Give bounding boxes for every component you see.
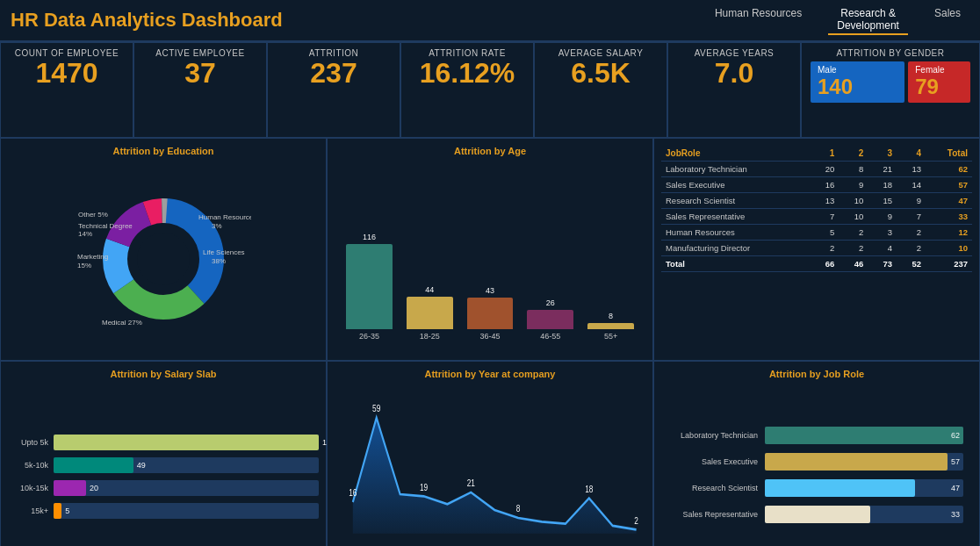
table-cell: 15 xyxy=(868,193,897,209)
col-left: Attrition by Education xyxy=(0,138,327,546)
kpi-salary: Average Salary 6.5K xyxy=(534,42,667,138)
age-bar-label: 55+ xyxy=(604,332,617,341)
year-label: 8 xyxy=(516,503,521,514)
table-total-cell: 73 xyxy=(868,256,897,272)
table-cell: 9 xyxy=(839,177,868,193)
table-cell: 20 xyxy=(811,162,839,177)
kpi-rate-value: 16.12% xyxy=(410,58,524,89)
svg-text:Other 5%: Other 5% xyxy=(78,211,108,219)
jobrole-bar-value: 47 xyxy=(951,484,960,492)
kpi-gender: Attrition by Gender Male 140 Female 79 xyxy=(801,42,980,138)
table-total-cell: 62 xyxy=(926,162,972,177)
salary-bar-row: 10k-15k 20 xyxy=(8,480,319,496)
dashboard-title: HR Data Analytics Dashboard xyxy=(11,9,706,32)
kpi-salary-value: 6.5K xyxy=(544,58,658,89)
age-bar-value: 44 xyxy=(425,285,434,294)
year-label: 2 xyxy=(634,514,638,525)
age-bar-col: 43 36-45 xyxy=(465,286,516,341)
salary-bar-track: 20 xyxy=(54,480,319,496)
jobrole-bar-value: 62 xyxy=(951,431,960,440)
salary-bar-row: Upto 5k 163 xyxy=(8,435,319,450)
kpi-active-value: 37 xyxy=(143,58,257,89)
kpi-gender-label: Attrition by Gender xyxy=(811,48,970,58)
table-total-cell: 52 xyxy=(897,256,926,272)
jobrole-row: Sales Representative 33 xyxy=(670,506,963,523)
jobrole-bar-value: 33 xyxy=(951,510,960,519)
table-total-cell: 46 xyxy=(839,256,868,272)
salary-bar-label: 5k-10k xyxy=(8,461,48,470)
table-total-cell: 57 xyxy=(926,177,972,193)
table-header: 2 xyxy=(839,146,868,162)
table-cell: 7 xyxy=(811,209,839,225)
department-tabs: Human Resources Research &Development Sa… xyxy=(706,5,969,35)
jobrole-bar-fill xyxy=(765,427,963,444)
table-header: JobRole xyxy=(661,146,811,162)
svg-text:15%: 15% xyxy=(77,262,91,269)
age-bar-col: 44 18-25 xyxy=(404,285,456,341)
main-content: Attrition by Education xyxy=(0,138,980,546)
kpi-attrition-value: 237 xyxy=(277,58,391,89)
table-row: Sales Executive 16 9 18 14 57 xyxy=(661,177,972,193)
salary-bar-track: 5 xyxy=(54,503,319,519)
salary-bar-label: Upto 5k xyxy=(8,438,48,447)
table-row: Manufacturing Director 2 2 4 2 10 xyxy=(661,241,972,256)
tab-hr[interactable]: Human Resources xyxy=(706,5,811,35)
table-cell: 2 xyxy=(839,241,868,256)
tab-rd[interactable]: Research &Development xyxy=(828,5,908,35)
table-cell: 7 xyxy=(897,209,926,225)
year-label: 18 xyxy=(585,483,593,493)
age-bars: 116 26-35 44 18-25 43 36-45 26 46-55 8 5… xyxy=(335,160,645,341)
jobrole-bar-track: 57 xyxy=(765,453,963,471)
age-bar-value: 43 xyxy=(486,286,494,295)
svg-text:3%: 3% xyxy=(212,222,222,230)
table-header: 4 xyxy=(897,146,926,162)
age-bar-col: 26 46-55 xyxy=(524,298,576,341)
svg-text:14%: 14% xyxy=(78,230,92,238)
salary-bar-row: 5k-10k 49 xyxy=(8,457,319,473)
col-right: JobRole1234Total Laboratory Technician 2… xyxy=(653,138,980,546)
salary-bar-value: 49 xyxy=(137,461,146,470)
salary-bar-fill xyxy=(54,457,133,473)
table-cell: 14 xyxy=(897,177,926,193)
salary-bar-value: 20 xyxy=(90,484,98,492)
year-panel: Attrition by Year at company 16591921818… xyxy=(327,361,653,547)
year-svg: 165919218182 0 5 10 xyxy=(335,383,645,547)
gender-row: Male 140 Female 79 xyxy=(811,61,970,103)
jobrole-bar-track: 47 xyxy=(765,479,963,497)
age-panel: Attrition by Age 116 26-35 44 18-25 43 3… xyxy=(327,138,653,361)
jobtable-panel: JobRole1234Total Laboratory Technician 2… xyxy=(653,138,980,361)
kpi-count: Count of Employee 1470 xyxy=(0,42,133,138)
year-title: Attrition by Year at company xyxy=(335,369,645,379)
education-title: Attrition by Education xyxy=(8,146,319,156)
table-total-cell: 33 xyxy=(926,209,972,225)
age-bar-label: 46-55 xyxy=(540,332,560,341)
year-label: 19 xyxy=(420,481,428,492)
salary-bars: Upto 5k 163 5k-10k 49 10k-15k 20 15k+ 5 xyxy=(8,383,319,547)
svg-point-6 xyxy=(137,233,190,285)
gender-female: Female 79 xyxy=(908,61,970,103)
table-cell: 5 xyxy=(811,225,839,241)
table-row: Research Scientist 13 10 15 9 47 xyxy=(661,193,972,209)
job-role-cell: Human Resources xyxy=(661,225,811,241)
table-cell: 13 xyxy=(811,193,839,209)
job-role-cell: Research Scientist xyxy=(661,193,811,209)
salary-panel: Attrition by Salary Slab Upto 5k 163 5k-… xyxy=(0,361,327,547)
table-header: 1 xyxy=(811,146,839,162)
table-row: Human Resources 5 2 3 2 12 xyxy=(661,225,972,241)
jobrole-bar-label: Laboratory Technician xyxy=(670,431,758,440)
male-label: Male xyxy=(818,65,897,75)
table-cell: 9 xyxy=(868,209,897,225)
table-total-cell: 12 xyxy=(926,225,972,241)
age-bar-fill xyxy=(527,310,573,329)
year-label: 16 xyxy=(349,487,357,498)
gender-male: Male 140 xyxy=(811,61,904,103)
age-bar-label: 18-25 xyxy=(420,332,440,341)
table-row: Sales Representative 7 10 9 7 33 xyxy=(661,209,972,225)
table-cell: 9 xyxy=(897,193,926,209)
education-panel: Attrition by Education xyxy=(0,138,327,361)
age-bar-value: 116 xyxy=(363,233,376,241)
age-bar-value: 26 xyxy=(546,298,555,307)
tab-sales[interactable]: Sales xyxy=(926,5,969,35)
male-value: 140 xyxy=(818,75,897,99)
jobrole-bar-label: Sales Executive xyxy=(670,457,758,466)
